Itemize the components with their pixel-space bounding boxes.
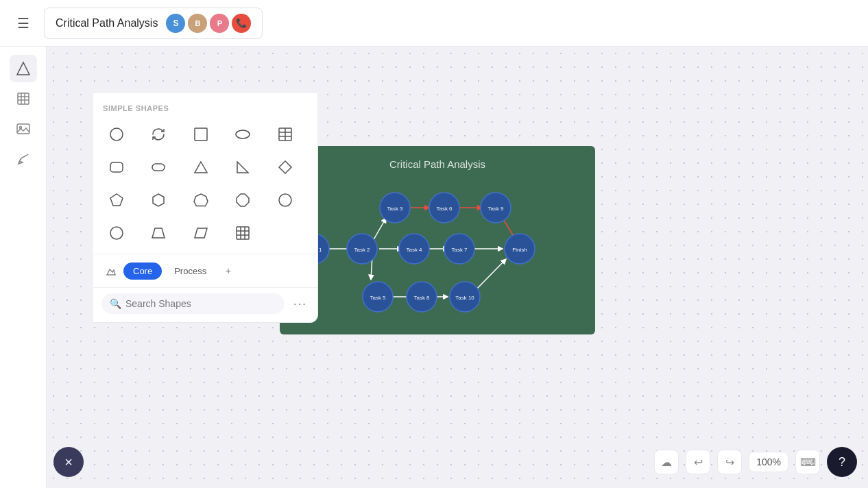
shape-triangle[interactable] xyxy=(186,152,216,182)
svg-marker-19 xyxy=(279,161,291,173)
close-icon: × xyxy=(64,454,73,470)
search-input-wrap[interactable]: 🔍 xyxy=(101,293,285,314)
redo-icon: ↪ xyxy=(725,456,734,469)
shape-circle-outline[interactable] xyxy=(270,185,300,215)
svg-marker-26 xyxy=(152,228,165,238)
shape-right-triangle[interactable] xyxy=(228,152,258,182)
zoom-level: 100% xyxy=(749,452,788,472)
sidebar-item-image[interactable] xyxy=(10,115,37,143)
shape-empty xyxy=(270,218,300,248)
collaborators-row: S B P 📞 xyxy=(166,14,251,33)
add-tab-button[interactable]: + xyxy=(219,261,238,280)
left-sidebar xyxy=(0,47,47,488)
shape-octagon[interactable] xyxy=(228,185,258,215)
svg-point-7 xyxy=(19,127,21,129)
svg-text:Task 2: Task 2 xyxy=(354,247,370,253)
svg-point-10 xyxy=(236,130,250,138)
shape-table[interactable] xyxy=(270,119,300,149)
shape-circle[interactable] xyxy=(101,119,132,149)
svg-marker-18 xyxy=(237,162,248,173)
svg-marker-20 xyxy=(110,194,123,206)
shape-refresh[interactable] xyxy=(143,119,173,149)
shapes-grid-section: SIMPLE SHAPES xyxy=(93,93,317,254)
svg-text:Task 7: Task 7 xyxy=(451,247,468,253)
undo-icon: ↩ xyxy=(694,456,703,469)
undo-button[interactable]: ↩ xyxy=(686,450,710,474)
avatar-b: B xyxy=(188,14,207,33)
title-box: Critical Path Analysis S B P 📞 xyxy=(44,8,263,39)
keyboard-icon: ⌨ xyxy=(800,456,816,469)
document-title: Critical Path Analysis xyxy=(56,17,158,29)
svg-point-8 xyxy=(110,128,123,141)
sidebar-item-shapes[interactable] xyxy=(10,55,37,82)
shape-trapezoid[interactable] xyxy=(143,218,173,248)
svg-text:Task 8: Task 8 xyxy=(413,295,430,301)
svg-text:Task 9: Task 9 xyxy=(487,206,504,212)
shape-square[interactable] xyxy=(186,119,216,149)
shapes-grid xyxy=(101,119,309,248)
shapes-panel: SIMPLE SHAPES xyxy=(93,93,318,323)
svg-rect-9 xyxy=(195,128,207,141)
svg-rect-1 xyxy=(18,93,29,104)
sidebar-item-draw[interactable] xyxy=(10,145,37,173)
diagram-title: Critical Path Analysis xyxy=(389,158,485,170)
diagram-svg: Critical Path Analysis xyxy=(280,146,595,334)
canvas-area[interactable]: SIMPLE SHAPES xyxy=(47,47,868,488)
svg-point-24 xyxy=(279,194,291,206)
call-button[interactable]: 📞 xyxy=(232,14,251,33)
shape-rounded-rect[interactable] xyxy=(101,152,132,182)
close-panel-button[interactable]: × xyxy=(53,447,84,477)
shape-circle2[interactable] xyxy=(101,218,132,248)
shape-grid[interactable] xyxy=(228,218,258,248)
svg-text:Task 6: Task 6 xyxy=(436,206,453,212)
svg-point-25 xyxy=(110,227,123,239)
svg-text:Task 5: Task 5 xyxy=(370,295,386,301)
keyboard-button[interactable]: ⌨ xyxy=(795,450,820,474)
avatar-p: P xyxy=(210,14,229,33)
tab-core[interactable]: Core xyxy=(123,263,162,280)
shape-pentagon[interactable] xyxy=(101,185,132,215)
shape-stadium[interactable] xyxy=(143,152,173,182)
svg-marker-23 xyxy=(237,194,249,206)
topbar: ☰ Critical Path Analysis S B P 📞 xyxy=(0,0,868,47)
menu-button[interactable]: ☰ xyxy=(11,11,36,36)
sidebar-item-crop[interactable] xyxy=(10,85,37,112)
bottom-bar: ☁ ↩ ↪ 100% ⌨ ? xyxy=(654,447,857,477)
svg-marker-27 xyxy=(195,228,207,238)
search-more-button[interactable]: ⋯ xyxy=(290,295,309,312)
section-label: SIMPLE SHAPES xyxy=(101,104,309,112)
shapes-nav-icon[interactable] xyxy=(101,261,121,280)
tabs-row: Core Process + xyxy=(93,254,317,287)
shape-ellipse[interactable] xyxy=(228,119,258,149)
redo-button[interactable]: ↪ xyxy=(717,450,742,474)
avatar-s: S xyxy=(166,14,185,33)
svg-marker-22 xyxy=(194,194,208,206)
shape-hexagon[interactable] xyxy=(143,185,173,215)
svg-rect-15 xyxy=(110,162,123,172)
svg-marker-21 xyxy=(153,194,164,206)
shape-heptagon[interactable] xyxy=(186,185,216,215)
svg-text:Finish: Finish xyxy=(512,247,527,253)
search-row: 🔍 ⋯ xyxy=(93,287,317,322)
help-button[interactable]: ? xyxy=(827,447,857,477)
diagram-container: Critical Path Analysis xyxy=(280,146,595,334)
shape-diamond[interactable] xyxy=(270,152,300,182)
tab-process[interactable]: Process xyxy=(165,263,216,280)
help-icon: ? xyxy=(839,455,845,469)
svg-rect-6 xyxy=(17,124,29,134)
svg-text:Task 3: Task 3 xyxy=(387,206,403,212)
svg-rect-16 xyxy=(152,164,165,171)
search-input[interactable] xyxy=(125,298,276,309)
menu-icon: ☰ xyxy=(17,15,29,32)
svg-text:Task 4: Task 4 xyxy=(406,247,422,253)
svg-text:Task 10: Task 10 xyxy=(455,295,474,301)
shape-parallelogram[interactable] xyxy=(186,218,216,248)
svg-rect-28 xyxy=(237,227,249,239)
svg-marker-0 xyxy=(17,62,29,75)
search-icon: 🔍 xyxy=(110,298,121,309)
svg-marker-17 xyxy=(195,162,207,173)
cloud-icon: ☁ xyxy=(661,456,672,469)
cloud-sync-button[interactable]: ☁ xyxy=(654,450,679,474)
